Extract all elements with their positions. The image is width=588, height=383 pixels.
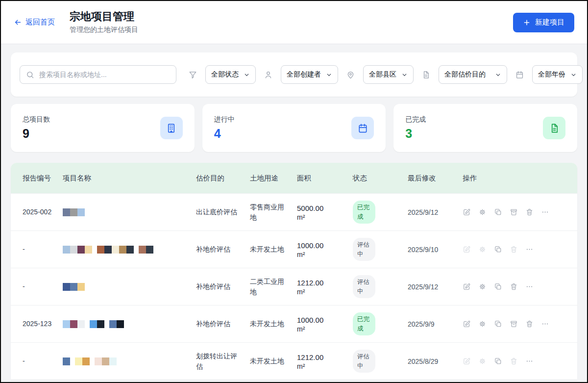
archive-action-button[interactable] — [510, 320, 518, 328]
redacted-name-block — [77, 283, 85, 291]
edit-icon — [463, 282, 471, 291]
calendar-icon — [351, 117, 374, 139]
stat-value: 9 — [23, 127, 50, 141]
back-home-link[interactable]: 返回首页 — [14, 18, 55, 27]
archive-action-button[interactable] — [510, 208, 518, 216]
edit-icon — [463, 320, 471, 328]
table-body: 2025-002出让底价评估零售商业用地5000.00m²已完成2025/9/1… — [11, 193, 577, 380]
stat-card-finished: 已完成3 — [393, 104, 577, 152]
filter-select-value: 全部年份 — [538, 70, 565, 79]
project-name-cell[interactable] — [63, 357, 196, 365]
filter-select-4[interactable]: 全部年份 — [532, 65, 583, 84]
redacted-name-block — [90, 320, 97, 328]
search-input[interactable] — [38, 70, 170, 79]
edit-action-button[interactable] — [463, 245, 471, 254]
redacted-name-gap — [134, 246, 139, 254]
edit-action-button[interactable] — [463, 357, 471, 365]
funnel-icon — [188, 70, 197, 79]
column-header-4: 面积 — [297, 174, 353, 183]
page-title: 宗地项目管理 — [70, 10, 138, 23]
stat-label: 已完成 — [405, 115, 426, 124]
status-cell: 评估中 — [353, 350, 408, 372]
redacted-name-block — [95, 357, 102, 365]
chevron-down-icon — [495, 72, 501, 78]
more-action-button[interactable] — [541, 320, 549, 328]
calendar-icon — [515, 70, 524, 79]
gear-action-button[interactable] — [478, 320, 487, 328]
edit-icon — [463, 245, 471, 254]
more-action-button[interactable] — [541, 208, 549, 216]
filter-select-2[interactable]: 全部县区 — [363, 65, 414, 84]
filter-select-value: 全部县区 — [369, 70, 396, 79]
redacted-name-block — [104, 246, 112, 254]
trash-action-button[interactable] — [510, 282, 518, 291]
plus-icon — [523, 19, 531, 26]
trash-action-button[interactable] — [525, 208, 534, 216]
copy-action-button[interactable] — [494, 245, 502, 254]
modified-date-cell: 2025/9/12 — [408, 283, 463, 291]
area-cell: 1000.00m² — [297, 315, 353, 333]
copy-action-button[interactable] — [494, 282, 502, 291]
copy-icon — [494, 282, 502, 291]
stats-row: 总项目数9进行中4已完成3 — [11, 104, 577, 152]
edit-action-button[interactable] — [463, 320, 471, 328]
copy-icon — [494, 357, 502, 365]
filter-select-0[interactable]: 全部状态 — [205, 65, 256, 84]
trash-action-button[interactable] — [510, 245, 518, 254]
gear-action-button[interactable] — [478, 282, 487, 291]
status-cell: 评估中 — [353, 275, 408, 298]
redacted-name-block — [63, 246, 70, 254]
gear-action-button[interactable] — [478, 245, 487, 254]
trash-action-button[interactable] — [510, 357, 518, 365]
project-name-cell[interactable] — [63, 208, 196, 216]
column-header-0: 报告编号 — [11, 174, 63, 183]
pin-icon — [346, 70, 355, 79]
report-no-cell: - — [11, 281, 63, 291]
copy-action-button[interactable] — [494, 357, 502, 365]
more-icon — [525, 357, 534, 365]
redacted-name-block — [109, 320, 117, 328]
filter-select-3[interactable]: 全部估价目的 — [439, 65, 507, 84]
status-badge: 评估中 — [353, 275, 375, 298]
redacted-name-block — [77, 208, 85, 216]
copy-action-button[interactable] — [494, 208, 502, 216]
column-header-6: 最后修改 — [408, 174, 463, 183]
edit-action-button[interactable] — [463, 282, 471, 291]
more-action-button[interactable] — [525, 245, 534, 254]
redacted-name-block — [97, 246, 104, 254]
stat-value: 4 — [214, 127, 235, 141]
filter-select-value: 全部状态 — [211, 70, 239, 79]
new-project-button[interactable]: 新建项目 — [513, 13, 574, 32]
copy-action-button[interactable] — [494, 320, 502, 328]
redacted-name-block — [102, 357, 109, 365]
project-name-cell[interactable] — [63, 320, 196, 328]
chevron-down-icon — [244, 72, 250, 78]
filter-select-value: 全部估价目的 — [444, 70, 486, 79]
land-use-cell: 二类工业用地 — [250, 277, 297, 297]
status-badge: 评估中 — [353, 238, 375, 260]
purpose-cell: 补地价评估 — [196, 281, 250, 292]
app-window: 返回首页 宗地项目管理 管理您的土地评估项目 新建项目 全部状态全部创建者全部县… — [0, 0, 588, 383]
edit-action-button[interactable] — [463, 208, 471, 216]
more-action-button[interactable] — [525, 282, 534, 291]
purpose-cell: 出让底价评估 — [196, 207, 250, 217]
area-cell: 1000.00m² — [297, 240, 353, 258]
redacted-name-gap — [70, 357, 75, 365]
gear-icon — [478, 357, 487, 365]
table-header-row: 报告编号项目名称估价目的土地用途面积状态最后修改操作 — [11, 163, 577, 193]
redacted-name-gap — [85, 320, 90, 328]
trash-action-button[interactable] — [525, 320, 534, 328]
land-use-cell: 未开发土地 — [250, 319, 297, 329]
project-name-cell[interactable] — [63, 283, 196, 291]
gear-action-button[interactable] — [478, 208, 487, 216]
project-name-cell[interactable] — [63, 246, 196, 254]
chevron-down-icon — [401, 72, 408, 78]
edit-icon — [463, 357, 471, 365]
trash-icon — [525, 208, 534, 216]
filter-select-1[interactable]: 全部创建者 — [281, 65, 338, 84]
more-action-button[interactable] — [525, 357, 534, 365]
land-use-cell: 零售商业用地 — [250, 202, 297, 223]
redacted-name-block — [97, 320, 104, 328]
edit-icon — [463, 208, 471, 216]
gear-action-button[interactable] — [478, 357, 487, 365]
